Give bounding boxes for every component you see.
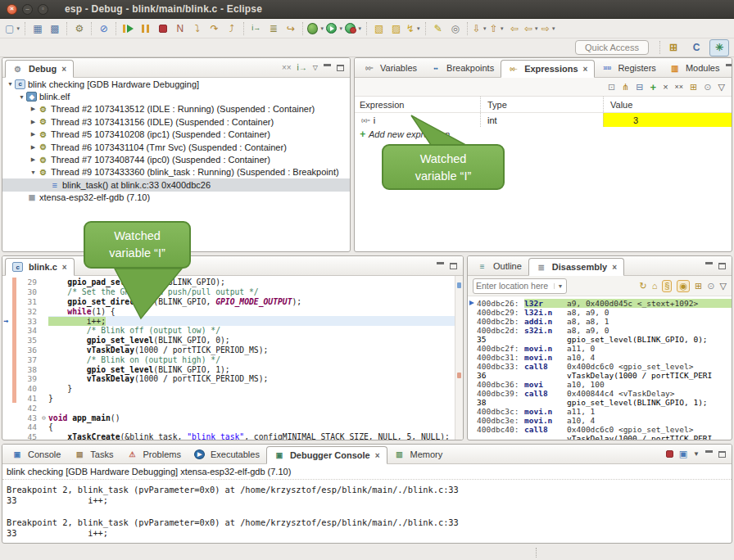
annotation-gutter[interactable] — [2, 413, 12, 422]
minimize-icon[interactable] — [726, 64, 732, 72]
tree-expander-icon[interactable]: ▶ — [29, 131, 38, 138]
maximize-icon[interactable] — [337, 65, 344, 71]
minimize-icon[interactable] — [324, 64, 331, 72]
external-tools-icon[interactable]: ▼ — [345, 20, 362, 36]
view-menu-icon[interactable]: ▽ — [313, 64, 318, 71]
code-line[interactable]: 40 } — [2, 384, 463, 394]
breakpoint-pointer-icon[interactable]: → — [2, 316, 12, 326]
view-menu-icon[interactable]: ▽ — [718, 83, 725, 92]
annotation-gutter[interactable] — [2, 432, 12, 440]
step-return-icon[interactable]: ⤴ — [224, 20, 239, 36]
disassembly-instruction[interactable]: 400dbc2b:addi.na8, a8, 1 — [468, 317, 732, 326]
tree-expander-icon[interactable]: ▶ — [29, 119, 38, 125]
tab-tasks[interactable]: ▤Tasks — [67, 445, 120, 463]
debug-tree-row[interactable]: ▦xtensa-esp32-elf-gdb (7.10) — [2, 192, 350, 204]
annotation-gutter[interactable] — [2, 278, 12, 287]
chevron-down-icon[interactable]: ▼ — [554, 283, 566, 289]
forward-icon[interactable]: ⇨▼ — [541, 20, 556, 36]
tab-problems[interactable]: ⚠Problems — [120, 445, 187, 463]
tab-disassembly[interactable]: ≣Disassembly× — [528, 258, 624, 276]
code-line[interactable]: 42 — [2, 403, 463, 413]
new-view-icon[interactable]: ⊞ — [695, 282, 702, 291]
debug-tree-row[interactable]: ▶⚙Thread #5 1073410208 (ipc1) (Suspended… — [2, 129, 350, 141]
column-header-type[interactable]: Type — [480, 97, 603, 112]
previous-annotation-icon[interactable]: ⇧▼ — [489, 20, 505, 36]
disassembly-source-line[interactable]: 35gpio_set_level(BLINK_GPIO, 0); — [468, 335, 732, 344]
annotation-gutter[interactable] — [2, 336, 12, 345]
display-console-icon[interactable]: ▣ — [679, 449, 687, 458]
step-over-icon[interactable]: ↷ — [206, 20, 222, 36]
close-icon[interactable]: × — [375, 451, 380, 460]
code-line[interactable]: 44{ — [2, 422, 463, 432]
annotation-gutter[interactable] — [2, 364, 12, 374]
save-icon[interactable]: ▦ — [29, 20, 45, 36]
search-icon[interactable]: ◎ — [447, 20, 463, 36]
maximize-icon[interactable] — [718, 263, 726, 269]
build-icon[interactable]: ⚙ — [71, 20, 87, 36]
annotation-gutter[interactable] — [2, 287, 12, 297]
editor-code-area[interactable]: 29 gpio_pad_select_gpio(BLINK_GPIO);30 /… — [2, 276, 463, 440]
tree-expander-icon[interactable]: ▶ — [29, 106, 38, 112]
annotation-gutter[interactable] — [2, 384, 12, 394]
code-line[interactable]: 43⊖void app_main() — [2, 413, 463, 422]
code-line[interactable]: 37 /* Blink on (output high) */ — [2, 355, 463, 364]
disassembly-instruction[interactable]: 400dbc29:l32i.na8, a9, 0 — [468, 308, 732, 317]
tab-debugger-console[interactable]: ▣Debugger Console× — [266, 446, 387, 464]
annotation-gutter[interactable] — [2, 297, 12, 307]
disassembly-instruction[interactable]: 400dbc3c:movi.na11, 1 — [468, 407, 732, 416]
close-icon[interactable]: × — [61, 65, 66, 74]
show-type-names-icon[interactable]: ⊡ — [608, 83, 615, 92]
disassembly-instruction[interactable]: 400dbc36:movia10, 100 — [468, 380, 732, 389]
disassembly-instruction[interactable]: 400dbc31:movi.na10, 4 — [468, 353, 732, 362]
resume-icon[interactable] — [120, 20, 136, 36]
disassembly-instruction[interactable]: 400dbc2f:movi.na11, 0 — [468, 344, 732, 353]
window-close-button[interactable]: × — [7, 4, 17, 15]
code-line[interactable]: →33 i++; — [2, 316, 463, 326]
back-icon[interactable]: ⇦ — [506, 20, 522, 36]
console-output[interactable]: Breakpoint 2, blink_task (pvParameter=0x… — [2, 480, 732, 539]
code-line[interactable]: 31 gpio_set_direction(BLINK_GPIO, GPIO_M… — [2, 297, 463, 307]
new-wizard-icon[interactable]: ▢▼ — [5, 20, 20, 36]
terminate-icon[interactable] — [666, 450, 673, 458]
disassembly-source-line[interactable]: 38gpio_set_level(BLINK_GPIO, 1); — [468, 398, 732, 407]
next-annotation-icon[interactable]: ⇩▼ — [472, 20, 487, 36]
expression-row[interactable]: (x)=iint3 — [355, 113, 732, 127]
tab-executables[interactable]: ▶Executables — [188, 445, 266, 463]
close-icon[interactable]: × — [62, 263, 67, 272]
debug-breadcrumb-icon[interactable]: ≣ — [265, 20, 281, 36]
code-line[interactable]: 36 vTaskDelay(1000 / portTICK_PERIOD_MS)… — [2, 345, 463, 355]
debug-tree-row[interactable]: ▶⚙Thread #6 1073431104 (Tmr Svc) (Suspen… — [2, 141, 350, 153]
show-source-icon[interactable]: § — [662, 280, 672, 292]
overview-marker[interactable] — [457, 373, 461, 378]
tree-expander-icon[interactable]: ▶ — [29, 144, 38, 151]
mark-occurrences-icon[interactable]: ✎ — [430, 20, 446, 36]
use-step-filters-icon[interactable]: ↪ — [283, 20, 298, 36]
run-icon[interactable]: ▼ — [326, 20, 343, 36]
cpp-perspective-icon[interactable]: C — [686, 39, 706, 56]
open-element-icon[interactable]: ▨ — [388, 20, 404, 36]
window-maximize-button[interactable]: ▫ — [38, 4, 48, 15]
terminate-icon[interactable] — [155, 20, 170, 36]
overview-marker[interactable] — [457, 282, 461, 288]
tree-expander-icon[interactable]: ▼ — [29, 169, 38, 175]
new-view-icon[interactable]: ⊞ — [690, 83, 697, 92]
code-line[interactable]: 38 gpio_set_level(BLINK_GPIO, 1); — [2, 364, 463, 374]
code-line[interactable]: 29 gpio_pad_select_gpio(BLINK_GPIO); — [2, 278, 463, 287]
flash-icon[interactable]: ↯▼ — [406, 20, 421, 36]
annotation-gutter[interactable] — [2, 394, 12, 404]
tree-expander-icon[interactable]: ▼ — [17, 94, 26, 100]
debug-tree-row[interactable]: ▶⚙Thread #3 1073413156 (IDLE) (Suspended… — [2, 115, 350, 128]
tab-memory[interactable]: ▥Memory — [387, 445, 450, 463]
code-line[interactable]: 45 xTaskCreate(&blink_task, "blink_task"… — [2, 432, 463, 440]
fold-icon[interactable]: ⊖ — [39, 414, 48, 422]
disassembly-instruction[interactable]: 400dbc40:call80x400dc6c0 <gpio_set_level… — [468, 425, 732, 434]
disassembly-instruction[interactable]: 400dbc2d:s32i.na8, a9, 0 — [468, 326, 732, 335]
disassembly-instruction[interactable]: 400dbc33:call80x400dc6c0 <gpio_set_level… — [468, 362, 732, 371]
disassembly-instruction[interactable]: 400dbc39:call80x400844c4 <vTaskDelay> — [468, 389, 732, 398]
close-icon[interactable]: × — [583, 65, 588, 74]
view-menu-icon[interactable]: ▽ — [720, 282, 727, 291]
add-new-expression-row[interactable]: +Add new expression — [355, 127, 732, 141]
add-expression-icon[interactable]: + — [650, 82, 657, 93]
remove-all-terminated-icon[interactable]: ×× — [282, 64, 292, 72]
column-header-value[interactable]: Value — [603, 97, 732, 112]
